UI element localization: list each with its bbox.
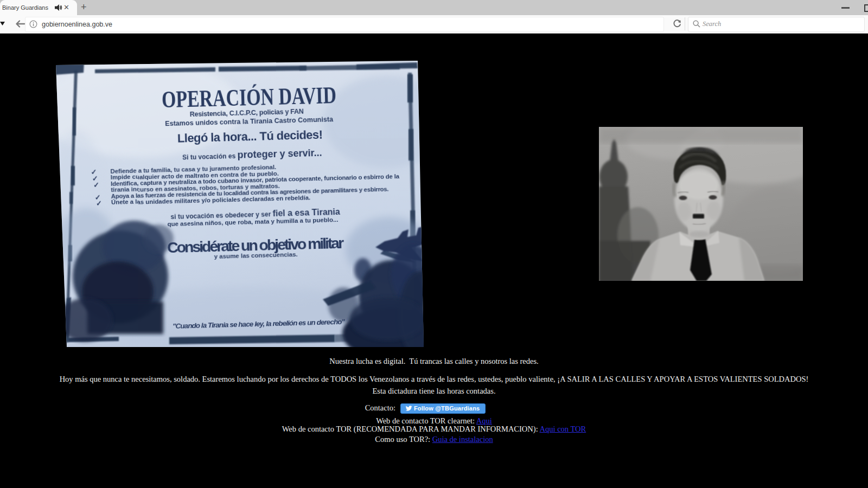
svg-text:✓: ✓ [96, 199, 102, 207]
svg-text:OPERACIÓN DAVID: OPERACIÓN DAVID [161, 82, 336, 113]
svg-text:✓: ✓ [93, 181, 99, 189]
